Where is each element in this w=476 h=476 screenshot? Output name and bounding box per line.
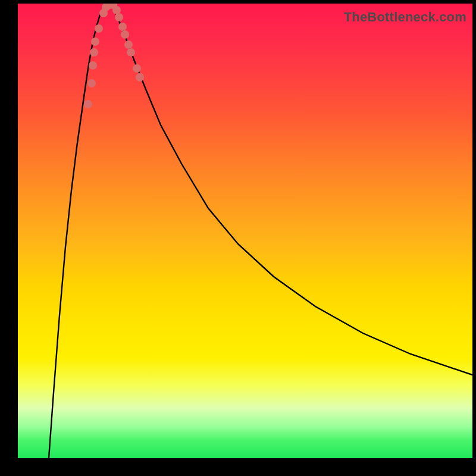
data-dot: [121, 30, 129, 39]
data-dot: [91, 37, 99, 46]
chart-svg: [18, 4, 472, 458]
data-dot: [136, 73, 144, 82]
data-dot: [87, 79, 96, 87]
watermark-label: TheBottleneck.com: [344, 10, 466, 25]
data-dot: [124, 40, 133, 49]
data-dot: [118, 23, 127, 31]
data-dot: [112, 6, 121, 14]
data-dot: [127, 48, 135, 57]
chart-frame: TheBottleneck.com: [0, 0, 476, 476]
chart-plot-area: TheBottleneck.com: [18, 4, 472, 458]
data-dot: [84, 100, 92, 108]
data-dot: [90, 48, 98, 57]
data-dot: [133, 64, 141, 73]
left-curve: [49, 5, 107, 458]
data-dot: [95, 24, 103, 33]
data-dot: [89, 61, 97, 70]
right-curve: [112, 5, 472, 375]
marker-group: [84, 4, 144, 108]
data-dot: [115, 13, 123, 21]
curve-group: [49, 5, 472, 458]
